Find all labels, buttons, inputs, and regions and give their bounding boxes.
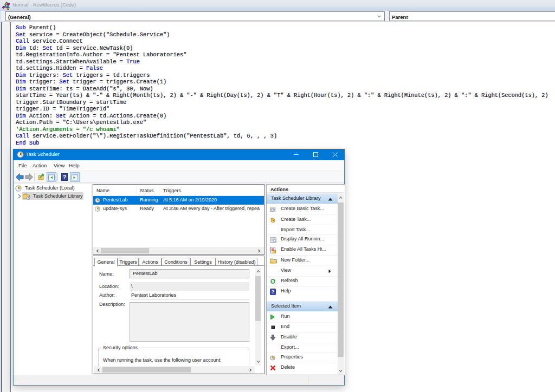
svg-text:?: ? xyxy=(63,174,66,180)
svg-text:?: ? xyxy=(272,289,275,295)
